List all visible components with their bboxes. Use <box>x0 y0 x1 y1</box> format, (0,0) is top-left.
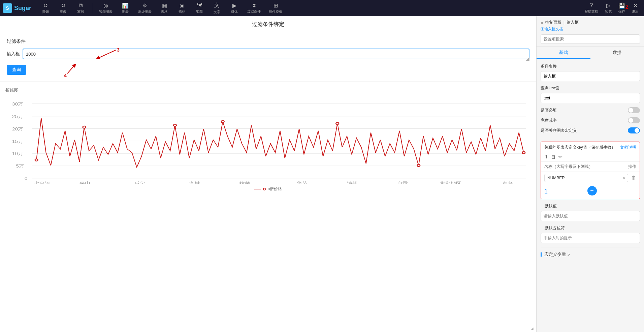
undo-btn[interactable]: ↺ 撤销 <box>38 1 53 16</box>
macro-table-header: 名称（大写字母及下划线） 操作 <box>541 162 640 172</box>
placeholder-label: 默认占位符 <box>541 225 640 233</box>
half-width-label: 宽度减半 <box>541 118 557 123</box>
svg-text:漳州: 漳州 <box>347 181 357 184</box>
query-button[interactable]: 查询 <box>7 65 26 75</box>
query-key-label: 查询key值 <box>541 85 640 91</box>
text-btn[interactable]: 文 文字 <box>210 1 224 16</box>
doc-link[interactable]: ①输入框文档 <box>541 27 640 32</box>
svg-text:宜城: 宜城 <box>189 181 200 184</box>
macro-def-expand-icon[interactable]: > <box>568 252 570 257</box>
indicator-icon: ◉ <box>180 2 184 9</box>
macro-action-delete[interactable]: 🗑 <box>551 154 556 159</box>
svg-text:25万: 25万 <box>12 114 23 119</box>
chart-title: 折线图 <box>5 87 531 93</box>
legend-line <box>254 189 261 189</box>
macro-tag: NUMBER × <box>544 174 628 182</box>
macro-col-action-header: 操作 <box>628 164 636 170</box>
macro-enabled-toggle-dot <box>635 128 639 133</box>
svg-point-29 <box>173 124 176 126</box>
smart-chart-btn[interactable]: ◎ 智能图表 <box>96 1 115 16</box>
table-btn[interactable]: ▦ 表格 <box>157 1 172 16</box>
macro-def-accent <box>541 252 542 257</box>
required-toggle[interactable] <box>628 107 640 113</box>
macro-definition-box: 关联的图表宏定义key值（保存后生效） 文档说明 ⬆ 🗑 ✏ 名称（大写字母及下… <box>541 142 640 199</box>
exit-btn[interactable]: ✕ 退出 <box>629 1 641 16</box>
right-panel-header: » 控制面板 | 输入框 ①输入框文档 <box>537 16 644 47</box>
center-area: 过滤条件绑定 过滤条件 输入框 ◢ 3 <box>0 16 536 332</box>
filter-btn[interactable]: ⧗ 过滤条件 <box>245 1 263 15</box>
macro-action-up[interactable]: ⬆ <box>544 154 548 159</box>
svg-text:自贡: 自贡 <box>397 181 408 184</box>
default-val-input[interactable] <box>541 211 640 221</box>
chart-resize-handle[interactable]: ◢ <box>531 327 535 331</box>
media-icon: ▶ <box>232 2 236 9</box>
redo-btn[interactable]: ↻ 重做 <box>56 1 70 16</box>
map-btn[interactable]: 🗺 地图 <box>192 1 207 15</box>
placeholder-input[interactable] <box>541 233 640 243</box>
macro-def-title[interactable]: 宏定义变量 > <box>541 251 640 258</box>
macro-add-button[interactable]: + <box>587 186 597 195</box>
svg-text:20万: 20万 <box>12 127 23 131</box>
macro-action-edit[interactable]: ✏ <box>558 154 562 159</box>
logo-icon: S <box>3 3 12 13</box>
breadcrumb-parent: 控制面板 <box>545 20 561 25</box>
divider-1 <box>541 247 640 247</box>
media-btn[interactable]: ▶ 媒体 <box>227 1 242 16</box>
macro-box-header: 关联的图表宏定义key值（保存后生效） 文档说明 <box>541 142 640 152</box>
svg-text:5万: 5万 <box>16 164 24 169</box>
query-key-input[interactable] <box>541 93 640 103</box>
right-panel: » 控制面板 | 输入框 ①输入框文档 基础 数据 条件名称 查询key值 是否… <box>536 16 644 332</box>
filter-input-label: 输入框 <box>7 51 20 57</box>
svg-text:10万: 10万 <box>12 151 23 156</box>
tab-data[interactable]: 数据 <box>590 47 644 59</box>
breadcrumb-expand-icon[interactable]: » <box>541 20 543 25</box>
svg-text:拉萨: 拉萨 <box>239 181 250 184</box>
copy-btn[interactable]: ⧉ 复制 <box>73 1 88 15</box>
default-val-label: 默认值 <box>541 203 640 211</box>
svg-point-31 <box>336 122 339 125</box>
component-template-icon: ⊞ <box>273 2 278 9</box>
tabs-row: 基础 数据 <box>537 47 644 59</box>
condition-name-input[interactable] <box>541 71 640 81</box>
macro-doc-link[interactable]: 文档说明 <box>620 145 636 150</box>
half-width-toggle-dot <box>629 118 633 123</box>
copy-icon: ⧉ <box>79 2 83 8</box>
chart-btn[interactable]: 📊 图表 <box>118 1 133 16</box>
filter-icon: ⧗ <box>252 2 256 8</box>
indicator-btn[interactable]: ◉ 指标 <box>174 1 189 16</box>
placeholder-section: 默认占位符 <box>537 225 644 233</box>
macro-enabled-row: 是否关联图表宏定义 <box>541 127 640 133</box>
component-template-btn[interactable]: ⊞ 组件模板 <box>266 1 285 16</box>
legend-label: n倍价格 <box>268 186 282 192</box>
macro-tag-close-btn[interactable]: × <box>623 176 625 180</box>
macro-number-row: 1 + <box>541 184 640 199</box>
text-icon: 文 <box>214 2 220 9</box>
app-logo[interactable]: S Sugar <box>3 3 31 13</box>
save-btn[interactable]: 💾 保存 <box>616 1 628 16</box>
default-val-section: 默认值 <box>537 203 644 211</box>
advanced-chart-btn[interactable]: ⚙ 高级图表 <box>135 1 154 16</box>
help-btn[interactable]: ? 帮助文档 <box>582 1 601 15</box>
undo-icon: ↺ <box>43 2 48 9</box>
filter-input[interactable] <box>23 49 529 59</box>
legend-dot <box>263 188 266 190</box>
required-toggle-dot <box>629 108 633 113</box>
required-row: 是否必填 <box>541 107 640 113</box>
svg-point-32 <box>417 164 420 167</box>
main-layout: 过滤条件绑定 过滤条件 输入框 ◢ 3 <box>0 16 644 332</box>
resize-handle[interactable]: ◢ <box>526 56 529 61</box>
advanced-chart-icon: ⚙ <box>142 2 147 9</box>
breadcrumb-current: 输入框 <box>567 20 579 25</box>
svg-text:华节: 华节 <box>297 181 307 184</box>
table-icon: ▦ <box>162 2 167 9</box>
half-width-toggle[interactable] <box>628 117 640 123</box>
svg-text:30万: 30万 <box>12 102 23 107</box>
settings-search-input[interactable] <box>541 34 640 44</box>
macro-row-delete-btn[interactable]: 🗑 <box>631 175 636 181</box>
tab-basic[interactable]: 基础 <box>537 47 590 59</box>
page-title: 过滤条件绑定 <box>0 16 536 33</box>
preview-btn[interactable]: ▷ 预览 <box>602 1 614 16</box>
toolbar: S Sugar ↺ 撤销 ↻ 重做 ⧉ 复制 ◎ 智能图表 📊 图表 ⚙ 高级图… <box>0 0 644 16</box>
macro-enabled-toggle[interactable] <box>628 127 640 133</box>
condition-name-label: 条件名称 <box>541 63 640 69</box>
